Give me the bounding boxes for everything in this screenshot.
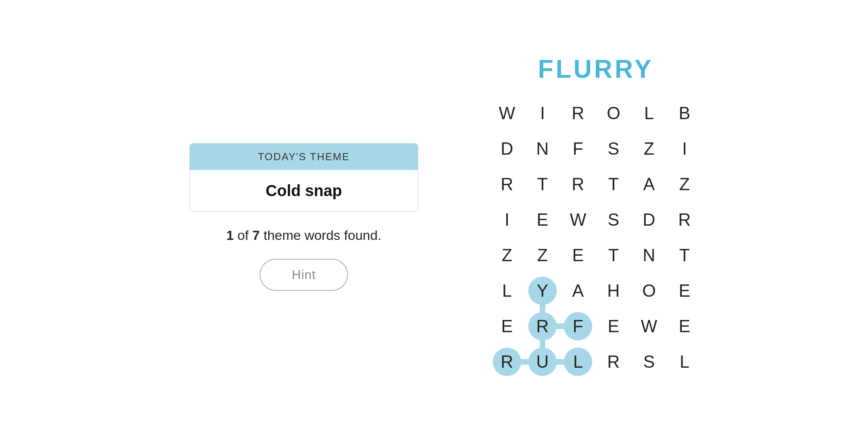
cell-r1-c4[interactable]: Z [631,131,667,166]
cell-r4-c0[interactable]: Z [489,238,525,273]
cell-r5-c3[interactable]: H [596,273,631,309]
cell-r6-c4[interactable]: W [631,309,667,344]
cell-r7-c0[interactable]: R [489,344,525,380]
cell-r1-c5[interactable]: I [667,131,702,166]
cell-r5-c5[interactable]: E [667,273,702,309]
cell-r6-c0[interactable]: E [489,309,525,344]
cell-r0-c1[interactable]: I [525,95,560,131]
theme-label: TODAY'S THEME [190,144,418,170]
cell-r7-c1[interactable]: U [525,344,560,380]
cell-r7-c2[interactable]: L [560,344,596,380]
cell-r4-c5[interactable]: T [667,238,702,273]
found-text: 1 of 7 theme words found. [226,228,381,243]
cell-r2-c3[interactable]: T [596,166,631,202]
found-of: of [238,228,253,243]
cell-r1-c2[interactable]: F [560,131,596,166]
cell-r3-c3[interactable]: S [596,202,631,238]
cell-r5-c2[interactable]: A [560,273,596,309]
cell-r2-c0[interactable]: R [489,166,525,202]
cell-r1-c3[interactable]: S [596,131,631,166]
cell-r3-c1[interactable]: E [525,202,560,238]
cell-r0-c0[interactable]: W [489,95,525,131]
theme-card: TODAY'S THEME Cold snap [189,143,418,212]
cell-r4-c1[interactable]: Z [525,238,560,273]
cell-r5-c1[interactable]: Y [525,273,560,309]
cell-r0-c5[interactable]: B [667,95,702,131]
right-panel: FLURRY WIROLBDNFSZIRTRTAZIEWSDRZZETNTLYA… [489,54,702,380]
cell-r6-c2[interactable]: F [560,309,596,344]
cell-r6-c1[interactable]: R [525,309,560,344]
found-suffix: theme words found. [264,228,382,243]
total-count: 7 [253,228,260,243]
cell-r2-c2[interactable]: R [560,166,596,202]
letter-grid: WIROLBDNFSZIRTRTAZIEWSDRZZETNTLYAHOEERFE… [489,95,702,380]
cell-r2-c1[interactable]: T [525,166,560,202]
cell-r3-c4[interactable]: D [631,202,667,238]
grid-wrapper: WIROLBDNFSZIRTRTAZIEWSDRZZETNTLYAHOEERFE… [489,95,702,380]
cell-r6-c3[interactable]: E [596,309,631,344]
cell-r7-c3[interactable]: R [596,344,631,380]
found-count: 1 [226,228,234,243]
left-panel: TODAY'S THEME Cold snap 1 of 7 theme wor… [166,143,442,291]
cell-r6-c5[interactable]: E [667,309,702,344]
cell-r0-c3[interactable]: O [596,95,631,131]
main-container: TODAY'S THEME Cold snap 1 of 7 theme wor… [0,0,868,434]
cell-r5-c4[interactable]: O [631,273,667,309]
theme-value: Cold snap [190,170,418,211]
cell-r7-c4[interactable]: S [631,344,667,380]
cell-r0-c2[interactable]: R [560,95,596,131]
cell-r5-c0[interactable]: L [489,273,525,309]
cell-r2-c5[interactable]: Z [667,166,702,202]
cell-r0-c4[interactable]: L [631,95,667,131]
cell-r1-c0[interactable]: D [489,131,525,166]
cell-r4-c4[interactable]: N [631,238,667,273]
cell-r4-c3[interactable]: T [596,238,631,273]
cell-r2-c4[interactable]: A [631,166,667,202]
hint-button[interactable]: Hint [260,259,348,291]
cell-r4-c2[interactable]: E [560,238,596,273]
cell-r1-c1[interactable]: N [525,131,560,166]
cell-r7-c5[interactable]: L [667,344,702,380]
cell-r3-c2[interactable]: W [560,202,596,238]
cell-r3-c0[interactable]: I [489,202,525,238]
game-title: FLURRY [538,54,653,84]
cell-r3-c5[interactable]: R [667,202,702,238]
